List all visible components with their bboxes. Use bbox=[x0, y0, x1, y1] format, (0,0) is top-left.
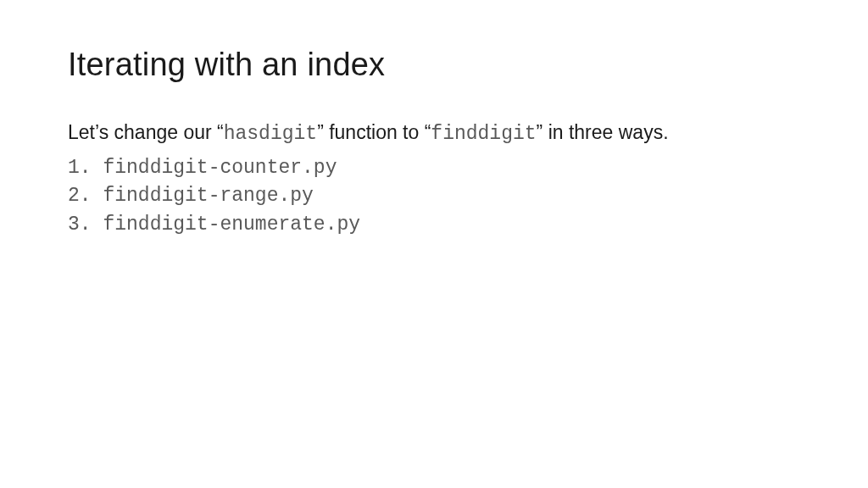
intro-mid: ” function to “ bbox=[317, 121, 431, 143]
intro-post: ” in three ways. bbox=[537, 121, 669, 143]
code-hasdigit: hasdigit bbox=[224, 123, 317, 145]
intro-paragraph: Let’s change our “hasdigit” function to … bbox=[68, 120, 800, 147]
code-finddigit: finddigit bbox=[431, 123, 536, 145]
list-item: finddigit-enumerate.py bbox=[68, 211, 800, 239]
list-item: finddigit-range.py bbox=[68, 182, 800, 210]
intro-pre: Let’s change our “ bbox=[68, 121, 224, 143]
list-item: finddigit-counter.py bbox=[68, 154, 800, 182]
slide-title: Iterating with an index bbox=[68, 47, 800, 83]
file-list: finddigit-counter.py finddigit-range.py … bbox=[68, 154, 800, 239]
